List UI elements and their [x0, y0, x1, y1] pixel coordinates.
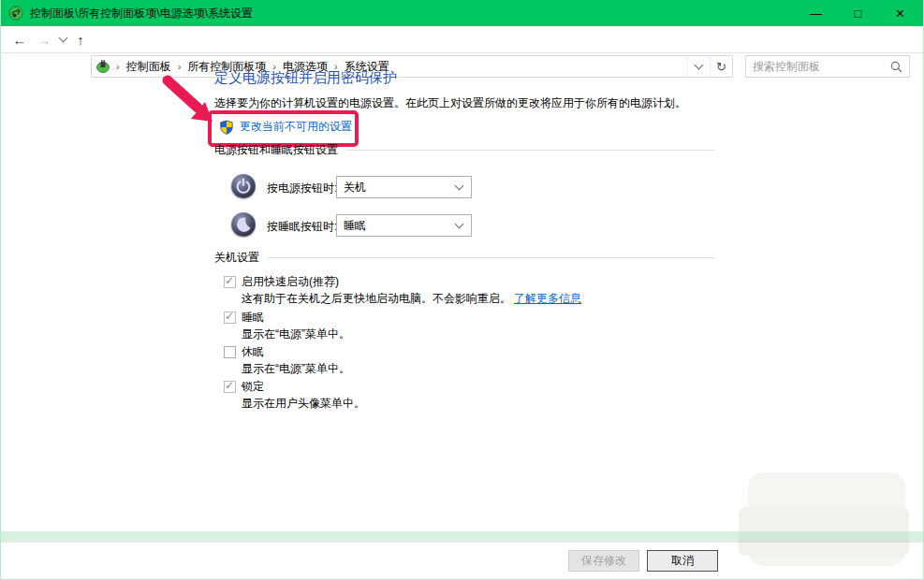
fast-startup-checkbox[interactable]: [224, 276, 236, 288]
lock-description: 显示在用户头像菜单中。: [242, 396, 365, 412]
breadcrumb-separator: ›: [112, 61, 124, 72]
navigation-toolbar: ← → ↑ › 控制面板 › 所有控制面板项 › 电源选项 › 系统设置 ↻: [1, 26, 923, 53]
sleep-button-select[interactable]: 睡眠: [336, 214, 472, 237]
title-bar[interactable]: 控制面板\所有控制面板项\电源选项\系统设置 — □ ✕: [1, 0, 923, 26]
hibernate-label: 休眠: [242, 344, 264, 360]
page-title: 定义电源按钮并启用密码保护: [214, 69, 397, 87]
cancel-button[interactable]: 取消: [647, 550, 718, 572]
back-icon[interactable]: ←: [8, 26, 31, 52]
hibernate-checkbox[interactable]: [224, 346, 236, 358]
address-bar[interactable]: › 控制面板 › 所有控制面板项 › 电源选项 › 系统设置 ↻: [91, 55, 733, 78]
uac-shield-icon: [219, 120, 234, 135]
breadcrumb-separator: ›: [174, 61, 185, 72]
section-title: 电源按钮和睡眠按钮设置: [214, 142, 338, 158]
fast-startup-description: 这有助于在关机之后更快地启动电脑。不会影响重启。了解更多信息: [242, 291, 581, 307]
minimize-icon[interactable]: —: [795, 0, 837, 26]
learn-more-link[interactable]: 了解更多信息: [514, 292, 581, 305]
search-icon[interactable]: [890, 61, 902, 73]
shutdown-section-header: 关机设置: [214, 250, 714, 266]
window-controls: — □ ✕: [795, 0, 921, 26]
forward-icon[interactable]: →: [33, 26, 55, 52]
sleep-checkbox[interactable]: [224, 312, 236, 324]
section-title: 关机设置: [214, 250, 259, 266]
sleep-description: 显示在“电源”菜单中。: [242, 326, 350, 342]
chevron-down-icon: [455, 181, 464, 191]
power-options-icon: [95, 59, 110, 74]
refresh-icon[interactable]: ↻: [710, 56, 732, 77]
chevron-down-icon: [455, 220, 464, 229]
fast-startup-label: 启用快速启动(推荐): [242, 274, 339, 290]
sleep-button-selected-value: 睡眠: [344, 218, 366, 234]
uac-link-row: 更改当前不可用的设置: [219, 119, 352, 135]
up-icon[interactable]: ↑: [70, 26, 91, 52]
lock-label: 锁定: [242, 379, 264, 395]
power-button-label: 按电源按钮时:: [267, 181, 337, 196]
section-divider: [268, 257, 714, 258]
section-divider: [346, 150, 714, 151]
recent-pages-chevron-icon[interactable]: [55, 26, 70, 52]
search-box: [745, 55, 910, 78]
address-dropdown-chevron-icon[interactable]: [687, 56, 710, 77]
hibernate-description: 显示在“电源”菜单中。: [242, 361, 350, 377]
lock-checkbox[interactable]: [224, 381, 236, 393]
sleep-button-icon: [231, 212, 256, 237]
watermark-artifact: [1, 541, 923, 543]
power-button-icon: [231, 174, 256, 198]
fast-startup-description-text: 这有助于在关机之后更快地启动电脑。不会影响重启。: [242, 292, 511, 305]
maximize-icon[interactable]: □: [837, 0, 879, 26]
window-title: 控制面板\所有控制面板项\电源选项\系统设置: [30, 6, 253, 22]
breadcrumb-control-panel[interactable]: 控制面板: [124, 59, 174, 75]
power-buttons-section-header: 电源按钮和睡眠按钮设置: [214, 142, 714, 158]
page-description: 选择要为你的计算机设置的电源设置。在此页上对设置所做的更改将应用于你所有的电源计…: [214, 95, 686, 111]
power-button-selected-value: 关机: [344, 180, 366, 196]
system-settings-window: 控制面板\所有控制面板项\电源选项\系统设置 — □ ✕ ← → ↑ › 控制面…: [0, 0, 924, 580]
save-changes-button[interactable]: 保存修改: [568, 550, 639, 572]
close-icon[interactable]: ✕: [879, 0, 921, 26]
change-unavailable-settings-link[interactable]: 更改当前不可用的设置: [240, 119, 352, 135]
sleep-label: 睡眠: [242, 310, 264, 326]
app-icon: [8, 6, 23, 21]
watermark-artifact: [1, 531, 923, 541]
search-input[interactable]: [746, 60, 890, 73]
sleep-button-label: 按睡眠按钮时:: [267, 219, 337, 235]
power-button-select[interactable]: 关机: [336, 176, 472, 198]
